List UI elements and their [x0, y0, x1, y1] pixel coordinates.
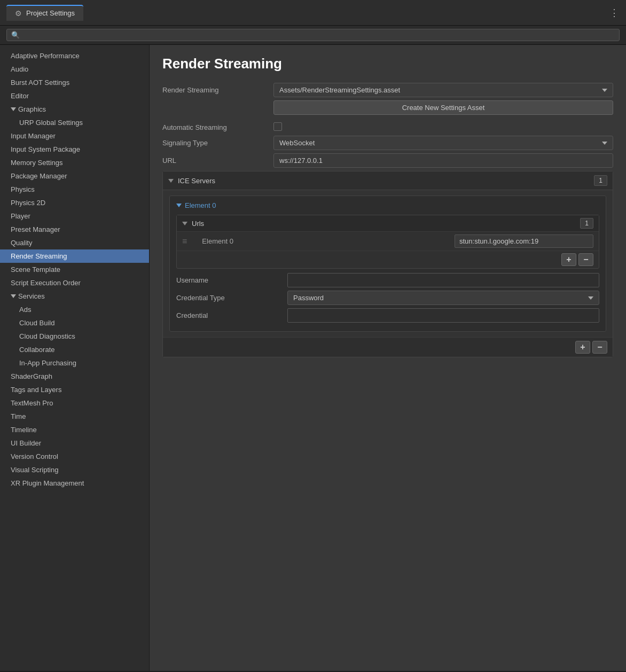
sidebar-item-xr-plugin[interactable]: XR Plugin Management — [0, 476, 149, 490]
element-0-label: Element 0 — [185, 201, 216, 209]
url-row: URL — [162, 153, 613, 168]
credential-input[interactable] — [287, 308, 599, 323]
sidebar-item-label: Cloud Diagnostics — [19, 332, 75, 340]
sidebar-item-preset-manager[interactable]: Preset Manager — [0, 223, 149, 236]
ice-servers-header[interactable]: ICE Servers 1 — [163, 171, 613, 190]
sidebar-item-script-execution[interactable]: Script Execution Order — [0, 276, 149, 290]
sidebar-item-physics-2d[interactable]: Physics 2D — [0, 196, 149, 209]
page-title: Render Streaming — [162, 56, 613, 72]
urls-label: Urls — [192, 220, 576, 228]
sidebar-item-label: Tags and Layers — [11, 386, 61, 394]
sidebar-item-label: Ads — [19, 306, 31, 314]
sidebar-item-label: UI Builder — [11, 439, 41, 447]
urls-header[interactable]: Urls 1 — [177, 215, 599, 231]
sidebar-item-version-control[interactable]: Version Control — [0, 450, 149, 463]
window-title: Project Settings — [26, 9, 75, 17]
sidebar-item-time[interactable]: Time — [0, 410, 149, 423]
sidebar-item-shader-graph[interactable]: ShaderGraph — [0, 370, 149, 383]
dropdown-arrow-icon — [602, 89, 607, 92]
sidebar-group-label: Services — [18, 292, 45, 300]
sidebar-item-scene-template[interactable]: Scene Template — [0, 263, 149, 276]
sidebar-item-tags-layers[interactable]: Tags and Layers — [0, 383, 149, 396]
sidebar-item-label: Input System Package — [11, 145, 80, 153]
credential-label: Credential — [176, 311, 283, 319]
username-label: Username — [176, 276, 283, 284]
chevron-down-icon — [11, 294, 16, 298]
sidebar: Adaptive Performance Audio Burst AOT Set… — [0, 45, 150, 671]
sidebar-item-input-system[interactable]: Input System Package — [0, 143, 149, 156]
render-streaming-dropdown-control[interactable]: Assets/RenderStreamingSettings.asset — [273, 83, 613, 97]
sidebar-item-label: Cloud Build — [19, 319, 55, 327]
username-input-wrap — [287, 273, 599, 287]
sidebar-item-label: Physics 2D — [11, 199, 45, 207]
sidebar-item-editor[interactable]: Editor — [0, 89, 149, 103]
sidebar-item-visual-scripting[interactable]: Visual Scripting — [0, 463, 149, 476]
sidebar-item-ui-builder[interactable]: UI Builder — [0, 436, 149, 450]
sidebar-item-memory-settings[interactable]: Memory Settings — [0, 156, 149, 169]
sidebar-item-urp-global[interactable]: URP Global Settings — [0, 116, 149, 129]
sidebar-item-render-streaming[interactable]: Render Streaming — [0, 249, 149, 263]
urls-section: Urls 1 ≡ Element 0 + − — [176, 215, 599, 269]
signaling-type-dropdown-control[interactable]: WebSocket — [273, 136, 613, 150]
username-input[interactable] — [287, 273, 599, 287]
dropdown-arrow-icon — [588, 296, 593, 300]
sidebar-item-label: Package Manager — [11, 172, 67, 180]
ice-servers-add-button[interactable]: + — [575, 341, 590, 354]
sidebar-item-package-manager[interactable]: Package Manager — [0, 169, 149, 183]
ice-servers-plus-minus-row: + − — [163, 337, 613, 357]
sidebar-item-audio[interactable]: Audio — [0, 62, 149, 76]
signaling-type-dropdown[interactable]: WebSocket — [273, 136, 613, 150]
dropdown-arrow-icon — [602, 142, 607, 145]
search-icon: 🔍 — [11, 31, 20, 39]
title-bar-tab[interactable]: ⚙ Project Settings — [6, 5, 83, 21]
sidebar-item-label: Preset Manager — [11, 225, 60, 233]
credential-row: Credential — [176, 308, 599, 323]
sidebar-item-label: Physics — [11, 185, 35, 193]
sidebar-item-timeline[interactable]: Timeline — [0, 423, 149, 436]
sidebar-item-quality[interactable]: Quality — [0, 236, 149, 249]
url-input[interactable] — [273, 153, 613, 168]
search-wrap[interactable]: 🔍 — [6, 29, 620, 41]
sidebar-item-input-manager[interactable]: Input Manager — [0, 129, 149, 143]
sidebar-item-label: Script Execution Order — [11, 279, 81, 287]
sidebar-item-cloud-diagnostics[interactable]: Cloud Diagnostics — [0, 330, 149, 343]
url-element-0-input[interactable] — [455, 235, 593, 248]
credential-type-row: Credential Type Password — [176, 291, 599, 305]
element-0-header[interactable]: Element 0 — [176, 201, 599, 209]
sidebar-item-collaborate[interactable]: Collaborate — [0, 343, 149, 356]
sidebar-item-textmesh-pro[interactable]: TextMesh Pro — [0, 396, 149, 410]
menu-icon[interactable]: ⋮ — [609, 7, 620, 19]
automatic-streaming-checkbox[interactable] — [273, 122, 282, 131]
sidebar-item-cloud-build[interactable]: Cloud Build — [0, 316, 149, 330]
sidebar-item-in-app-purchasing[interactable]: In-App Purchasing — [0, 356, 149, 370]
sidebar-group-services[interactable]: Services — [0, 290, 149, 303]
credential-type-dropdown[interactable]: Password — [287, 291, 599, 305]
ice-servers-collapse-icon — [168, 179, 174, 183]
sidebar-item-burst-aot[interactable]: Burst AOT Settings — [0, 76, 149, 89]
sidebar-item-label: Collaborate — [19, 346, 55, 354]
sidebar-item-player[interactable]: Player — [0, 209, 149, 223]
sidebar-item-ads[interactable]: Ads — [0, 303, 149, 316]
search-input[interactable] — [23, 31, 615, 39]
ice-servers-remove-button[interactable]: − — [592, 341, 607, 354]
create-new-settings-button[interactable]: Create New Settings Asset — [273, 100, 613, 115]
credential-type-value: Password — [293, 294, 324, 302]
element-0-collapse-icon — [176, 204, 182, 207]
sidebar-item-physics[interactable]: Physics — [0, 183, 149, 196]
url-input-wrap — [273, 153, 613, 168]
sidebar-item-adaptive-performance[interactable]: Adaptive Performance — [0, 49, 149, 62]
sidebar-group-graphics[interactable]: Graphics — [0, 103, 149, 116]
urls-remove-button[interactable]: − — [578, 253, 593, 266]
sidebar-item-label: Input Manager — [11, 132, 56, 140]
urls-add-button[interactable]: + — [561, 253, 576, 266]
signaling-type-row: Signaling Type WebSocket — [162, 136, 613, 150]
search-bar: 🔍 — [0, 26, 626, 45]
sidebar-item-label: Timeline — [11, 426, 37, 434]
render-streaming-row: Render Streaming Assets/RenderStreamingS… — [162, 83, 613, 97]
render-streaming-dropdown[interactable]: Assets/RenderStreamingSettings.asset — [273, 83, 613, 97]
username-row: Username — [176, 273, 599, 287]
url-element-0-label: Element 0 — [193, 237, 450, 245]
sidebar-item-label: Render Streaming — [11, 252, 67, 260]
credential-type-dropdown-control[interactable]: Password — [287, 291, 599, 305]
ice-servers-count: 1 — [594, 175, 607, 186]
